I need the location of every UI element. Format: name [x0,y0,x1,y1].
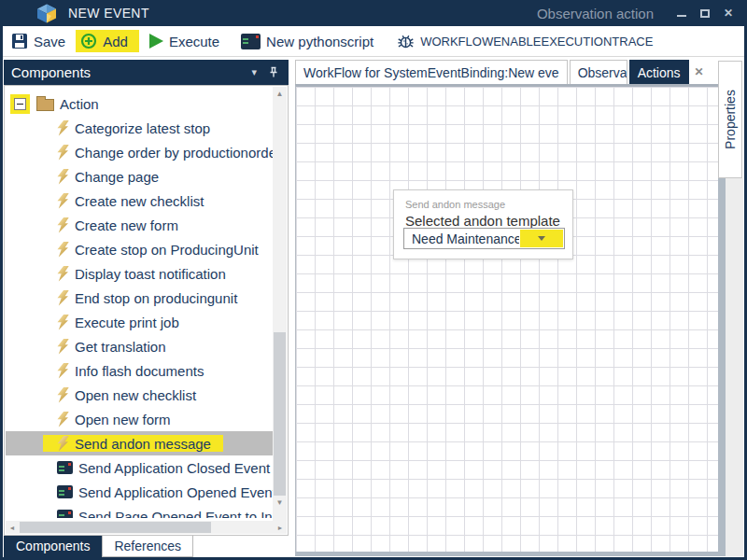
app-window: NEW EVENT Observation action ✕ Save [0,0,747,560]
tree-item-label: Info flash documents [75,363,204,379]
tree-item-label: Action [60,96,99,112]
tree-item-label: Get translation [75,339,166,355]
tab-observation[interactable]: Observation [570,60,627,84]
tree-item-label: Change order by productionorde [75,145,273,161]
tree-item-label: Execute print job [75,315,179,330]
dropdown-value: Need Maintenance [412,231,519,246]
tree-item-label: Open new form [75,412,171,427]
tree-item[interactable]: Execute print job [6,310,273,334]
minimize-icon [677,15,686,17]
dropdown-arrow-icon [538,236,545,241]
flash-icon [57,169,69,185]
components-panel-title: Components [11,64,251,80]
close-button[interactable]: ✕ [721,6,736,21]
add-icon [80,33,97,49]
flash-icon [57,217,69,233]
add-button[interactable]: Add [76,30,139,52]
tree-item[interactable]: Get translation [6,334,273,358]
tree-item-action-root[interactable]: Action [6,91,273,116]
flash-icon [57,387,69,403]
tree-item[interactable]: Open new form [6,407,273,431]
components-panel-header: Components ▾ [4,60,289,85]
scroll-up-button[interactable]: ▲ [273,87,287,101]
tab-components[interactable]: Components [4,536,102,557]
tree-item-label: Display toast notification [75,266,226,282]
tree-item[interactable]: Categorize latest stop [6,116,273,140]
tree-item[interactable]: Info flash documents [6,358,273,383]
tree-item[interactable]: Send Application Closed Event to [6,455,273,480]
maximize-button[interactable] [698,6,712,21]
tree-item[interactable]: End stop on producingunit [6,286,273,310]
properties-tab-label: Properties [723,90,738,149]
flash-icon [57,315,69,330]
components-tree: Action Categorize latest stop Change ord… [4,85,289,536]
scroll-down-button[interactable]: ▼ [273,496,287,510]
tree-horizontal-scrollbar[interactable]: ◄ ► [6,521,287,534]
title-bar: NEW EVENT Observation action ✕ [0,0,747,26]
tree-item-label: Create new checklist [75,193,204,209]
dropdown-button[interactable] [520,230,563,247]
folder-icon [36,99,54,111]
tree-item[interactable]: Send Page Opened Event to Insig [6,504,273,518]
execute-label: Execute [169,34,219,49]
script-icon [241,34,261,49]
tree-item-selected[interactable]: Send andon message [6,431,273,455]
tree-vertical-scrollbar[interactable]: ▲ ▼ [273,87,287,523]
expander-highlight [10,94,30,114]
tree-rows: Action Categorize latest stop Change ord… [6,87,273,518]
tab-workflow[interactable]: WorkFlow for SystemEventBinding:New eve [295,60,568,84]
flash-icon [57,412,69,427]
workflow-trace-button[interactable]: WORKFLOWENABLEEXECUTIONTRACE [397,33,653,49]
execute-button[interactable]: Execute [149,34,219,49]
minimize-button[interactable] [674,6,689,21]
andon-template-dropdown[interactable]: Need Maintenance [403,228,565,249]
collapse-icon[interactable] [14,98,26,110]
tree-item[interactable]: Open new checklist [6,383,273,407]
script-icon [57,485,73,498]
node-field-label: Selected andon template [405,213,572,229]
scroll-left-button[interactable]: ◄ [6,521,19,534]
new-pythonscript-button[interactable]: New pythonscript [241,34,374,49]
right-gutter [726,178,743,556]
tree-item[interactable]: Display toast notification [6,261,273,286]
save-button[interactable]: Save [11,33,65,49]
tab-actions[interactable]: Actions [629,60,689,84]
flash-icon [57,363,69,379]
app-logo-icon [35,3,58,24]
chevron-down-icon[interactable]: ▾ [251,66,257,78]
tree-item[interactable]: Create new form [6,213,273,237]
flash-icon [57,290,69,306]
flash-icon [57,339,69,355]
panel-bottom-tabs: Components References [4,536,193,557]
script-icon [57,461,73,474]
send-andon-message-node[interactable]: Send andon message Selected andon templa… [393,189,573,259]
tree-item[interactable]: Create stop on ProducingUnit [6,237,273,261]
pin-icon[interactable] [268,66,279,78]
flash-icon [57,120,69,136]
tree-item-label: Open new checklist [75,387,196,403]
tree-item-label: Send Page Opened Event to Insig [78,509,273,519]
scroll-right-button[interactable]: ► [274,521,287,534]
workspace-tabs: WorkFlow for SystemEventBinding:New eve … [295,60,708,84]
tab-properties[interactable]: Properties [718,61,742,178]
vertical-scroll-thumb[interactable] [274,332,286,503]
script-icon [57,510,73,518]
tree-item[interactable]: Change order by productionorde [6,140,273,164]
tab-close-icon[interactable]: ✕ [691,60,708,84]
tree-item-label: Create stop on ProducingUnit [75,242,259,258]
add-label: Add [103,34,128,49]
workflow-canvas[interactable]: Send andon message Selected andon templa… [295,84,726,556]
new-pythonscript-label: New pythonscript [266,34,374,49]
tab-references[interactable]: References [102,536,193,557]
tree-item[interactable]: Create new checklist [6,189,273,213]
flash-icon [57,242,69,258]
node-type-label: Send andon message [405,199,572,210]
tree-item-label: Categorize latest stop [75,120,210,136]
tree-item[interactable]: Change page [6,164,273,189]
flash-icon [57,266,69,282]
tree-item-label: Change page [75,169,159,185]
horizontal-scroll-thumb[interactable] [20,522,211,533]
tree-item[interactable]: Send Application Opened Event t [6,480,273,504]
bug-icon [397,33,415,49]
save-label: Save [34,34,65,49]
